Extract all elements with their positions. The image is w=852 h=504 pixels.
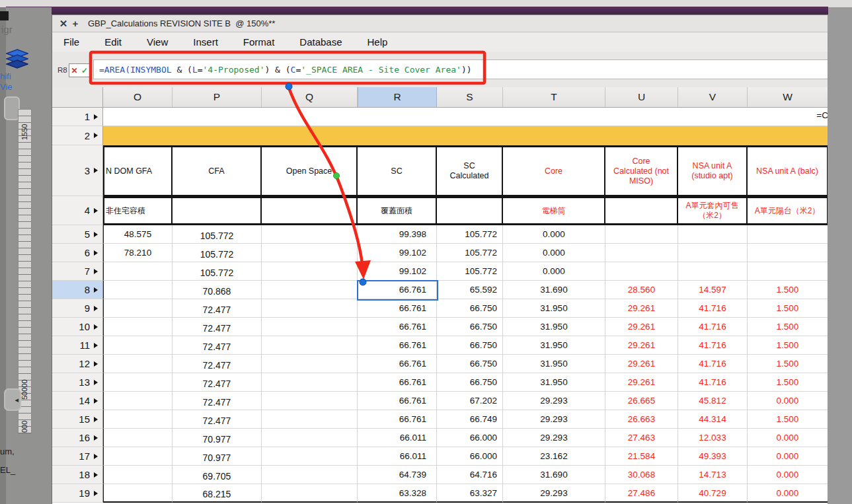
cell-V18[interactable]: 14.713 (678, 466, 748, 484)
row-header[interactable]: 5 (52, 225, 103, 244)
yellow-band-row[interactable] (103, 126, 828, 145)
header-cell-P[interactable] (173, 198, 262, 225)
cell-O11[interactable] (103, 336, 173, 355)
cell-S12[interactable]: 66.750 (437, 355, 503, 373)
cell-S6[interactable]: 105.772 (437, 244, 503, 262)
cell-U6[interactable] (605, 244, 678, 262)
cell-P9[interactable]: 72.477 (173, 299, 262, 318)
header-cell-U[interactable] (605, 198, 678, 225)
row-expander-icon[interactable] (94, 114, 98, 120)
row-expander-icon[interactable] (94, 168, 98, 173)
row-header[interactable]: 3 (52, 145, 103, 196)
row-expander-icon[interactable] (94, 343, 98, 348)
cell-P11[interactable]: 72.477 (173, 336, 262, 355)
row-header[interactable]: 11 (52, 336, 103, 355)
row-header[interactable]: 19 (52, 484, 103, 503)
cell-T12[interactable]: 31.950 (503, 355, 605, 373)
cell-P8[interactable]: 70.868 (173, 281, 262, 299)
cell-U13[interactable]: 29.261 (605, 373, 678, 392)
column-header-P[interactable]: P (173, 87, 262, 107)
cell-O9[interactable] (103, 299, 173, 318)
row-header[interactable]: 4 (52, 196, 103, 225)
cell-O8[interactable] (103, 281, 173, 299)
cell-P5[interactable]: 105.772 (173, 225, 262, 244)
row-expander-icon[interactable] (94, 324, 98, 330)
cell-O7[interactable] (103, 262, 173, 281)
row-expander-icon[interactable] (94, 491, 98, 496)
cell-R7[interactable]: 99.102 (358, 262, 437, 281)
cell-U5[interactable] (605, 225, 678, 244)
cell-R13[interactable]: 66.761 (358, 373, 437, 392)
row-expander-icon[interactable] (94, 269, 98, 274)
cell-W15[interactable]: 1.500 (748, 410, 828, 429)
cell-V19[interactable]: 40.729 (678, 484, 748, 503)
cell-U9[interactable]: 29.261 (605, 299, 678, 318)
cell-V5[interactable] (678, 225, 748, 244)
cell-Q19[interactable] (262, 484, 358, 503)
cell-P19[interactable]: 68.215 (173, 484, 262, 503)
cell-O10[interactable] (103, 318, 173, 336)
cell-W19[interactable]: 0.000 (748, 484, 828, 503)
row-header[interactable]: 17 (52, 447, 103, 466)
header-cell-R[interactable]: 覆蓋面積 (358, 198, 437, 225)
cell-T14[interactable]: 29.293 (503, 392, 605, 410)
accept-formula-button[interactable]: ✓ (79, 63, 91, 77)
header-cell-O[interactable]: N DOM GFA (103, 147, 173, 196)
cell-S5[interactable]: 105.772 (437, 225, 503, 244)
cell-U18[interactable]: 30.068 (605, 466, 678, 484)
cell-T5[interactable]: 0.000 (503, 225, 605, 244)
menu-edit[interactable]: Edit (104, 36, 122, 48)
close-window-icon[interactable]: ✕ (58, 18, 69, 30)
cell-Q14[interactable] (262, 392, 358, 410)
cell-S18[interactable]: 64.716 (437, 466, 503, 484)
cell-V11[interactable]: 41.716 (678, 336, 748, 355)
row-expander-icon[interactable] (94, 232, 98, 237)
cell-Q11[interactable] (262, 336, 358, 355)
column-header-O[interactable]: O (103, 87, 173, 107)
cell-S14[interactable]: 67.202 (437, 392, 503, 410)
header-cell-S[interactable] (437, 198, 503, 225)
cell-R12[interactable]: 66.761 (358, 355, 437, 373)
cell-T10[interactable]: 31.950 (503, 318, 605, 336)
cell-Q12[interactable] (262, 355, 358, 373)
row-header[interactable]: 12 (52, 355, 103, 373)
cell-W7[interactable] (748, 262, 828, 281)
cell-U7[interactable] (605, 262, 678, 281)
cell-P10[interactable]: 72.477 (173, 318, 262, 336)
cell-S15[interactable]: 66.749 (437, 410, 503, 429)
cell-P17[interactable]: 70.977 (173, 447, 262, 466)
cell-Q10[interactable] (262, 318, 358, 336)
cell-O13[interactable] (103, 373, 173, 392)
cell-O17[interactable] (103, 447, 173, 466)
header-cell-O[interactable]: 非住宅容積 (103, 198, 173, 225)
row-expander-icon[interactable] (94, 361, 98, 367)
cell-T19[interactable]: 29.293 (503, 484, 605, 503)
header-cell-R[interactable]: SC (358, 147, 437, 196)
cell-Q7[interactable] (262, 262, 358, 281)
cell-R19[interactable]: 63.328 (358, 484, 437, 503)
row-expander-icon[interactable] (94, 417, 98, 422)
menu-insert[interactable]: Insert (193, 36, 218, 48)
cancel-formula-button[interactable]: ✕ (69, 63, 80, 77)
row-expander-icon[interactable] (94, 208, 98, 213)
cell-W9[interactable]: 1.500 (748, 299, 828, 318)
cell-W6[interactable] (748, 244, 828, 262)
cell-U17[interactable]: 21.584 (605, 447, 678, 466)
cell-U15[interactable]: 26.663 (605, 410, 678, 429)
header-cell-P[interactable]: CFA (173, 147, 262, 196)
cell-W11[interactable]: 1.500 (748, 336, 828, 355)
cell-R14[interactable]: 66.761 (358, 392, 437, 410)
cell-Q18[interactable] (262, 466, 358, 484)
cell-T9[interactable]: 31.950 (503, 299, 605, 318)
column-header-T[interactable]: T (503, 87, 605, 107)
row-expander-icon[interactable] (94, 435, 98, 441)
cell-U19[interactable]: 27.486 (605, 484, 678, 503)
cell-P12[interactable]: 72.477 (173, 355, 262, 373)
column-header-Q[interactable]: Q (262, 87, 358, 107)
cell-U16[interactable]: 27.463 (605, 429, 678, 447)
row-header[interactable]: 6 (52, 244, 103, 262)
cell-R5[interactable]: 99.398 (358, 225, 437, 244)
row-header[interactable]: 1 (52, 108, 103, 126)
cell-Q16[interactable] (262, 429, 358, 447)
cell-Q5[interactable] (262, 225, 358, 244)
